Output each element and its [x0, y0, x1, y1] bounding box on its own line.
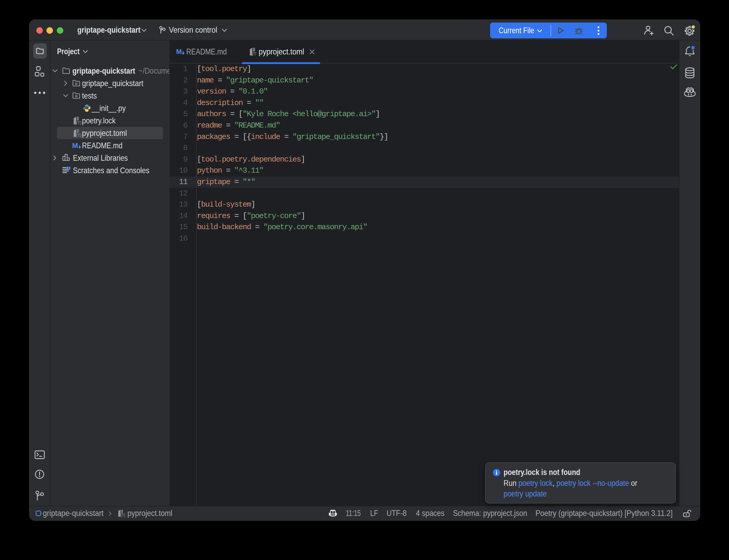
- svg-text:M: M: [72, 142, 78, 150]
- svg-text:M: M: [176, 48, 182, 55]
- svg-text:[T]: [T]: [121, 513, 125, 517]
- svg-text:[T]: [T]: [76, 121, 81, 125]
- svg-text:[T]: [T]: [252, 52, 257, 56]
- svg-text:[T]: [T]: [76, 133, 81, 137]
